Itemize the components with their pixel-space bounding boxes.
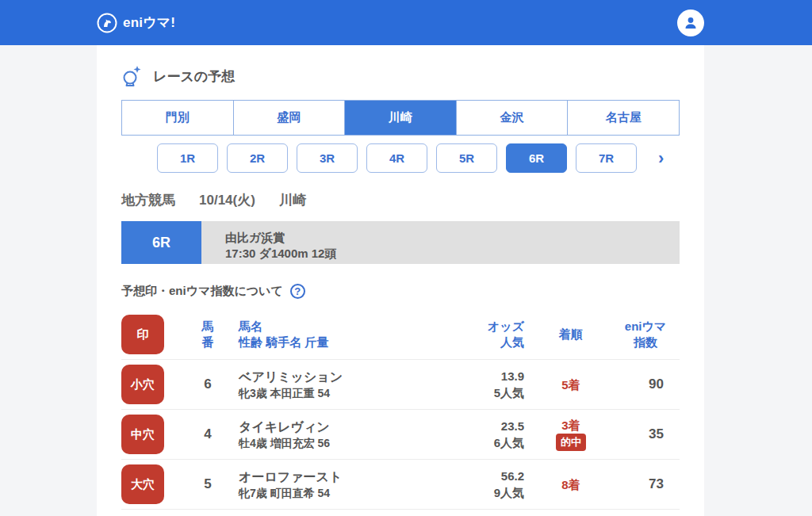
header-odds: オッズ 人気 [437, 319, 524, 350]
finish-rank: 5着 [524, 377, 618, 392]
header-horse-number: 馬 番 [177, 319, 239, 350]
hit-badge: 的中 [556, 434, 586, 451]
horse-name-cell: タイキレヴィン 牡4歳 増田充宏 56 [239, 419, 437, 451]
prediction-mark-badge: 大穴 [121, 464, 164, 504]
odds-cell: 56.2 9人気 [437, 468, 524, 501]
header-finish-rank: 着順 [524, 327, 618, 342]
main-content-card: レースの予想 門別 盛岡 川崎 金沢 名古屋 1R 2R 3R 4R 5R 6R… [97, 45, 704, 516]
odds-value: 23.5 [437, 418, 524, 434]
track-tab-nagoya[interactable]: 名古屋 [567, 101, 679, 135]
horse-profile: 牝3歳 本田正重 54 [239, 385, 437, 401]
race-banner-number: 6R [121, 221, 201, 264]
table-row: 中穴 4 タイキレヴィン 牡4歳 増田充宏 56 23.5 6人気 3着 的中 … [121, 410, 680, 460]
eniuma-index: 90 [618, 376, 680, 392]
prediction-mark-badge: 小穴 [121, 365, 164, 404]
race-details: 17:30 ダ1400m 12頭 [225, 247, 680, 262]
popularity: 5人気 [437, 384, 524, 401]
header-horse-name: 馬名 性齢 騎手名 斤量 [239, 319, 437, 350]
app-logo[interactable]: eniウマ! [97, 13, 175, 33]
prediction-mark-badge: 中穴 [121, 415, 164, 454]
finish-rank: 8着 [524, 477, 618, 492]
horse-name: オーロファースト [239, 468, 437, 485]
eniuma-index: 35 [618, 426, 680, 442]
eniuma-index: 73 [618, 476, 680, 492]
track-tab-monbetsu[interactable]: 門別 [122, 101, 233, 135]
track-tabs: 門別 盛岡 川崎 金沢 名古屋 [121, 100, 680, 136]
odds-value: 56.2 [437, 468, 524, 484]
crystal-ball-icon [121, 65, 142, 87]
header-eniuma-index: eniウマ 指数 [618, 319, 680, 350]
race-banner: 6R 由比ガ浜賞 17:30 ダ1400m 12頭 [121, 221, 680, 264]
meta-category: 地方競馬 [121, 191, 175, 209]
popularity: 9人気 [437, 484, 524, 501]
popularity: 6人気 [437, 434, 524, 451]
race-banner-body: 由比ガ浜賞 17:30 ダ1400m 12頭 [201, 221, 680, 264]
horse-name-cell: ベアリミッション 牝3歳 本田正重 54 [239, 369, 437, 401]
table-row: 大穴 5 オーロファースト 牝7歳 町田直希 54 56.2 9人気 8着 73 [121, 460, 680, 510]
horse-number: 5 [177, 476, 239, 492]
header-mark-badge: 印 [121, 315, 164, 354]
race-meta-row: 地方競馬 10/14(火) 川崎 [121, 191, 680, 209]
race-button-6r[interactable]: 6R [506, 143, 567, 173]
race-button-2r[interactable]: 2R [227, 143, 288, 173]
person-icon [683, 15, 699, 31]
horse-logo-icon [97, 13, 117, 33]
finish-rank-cell: 3着 的中 [524, 418, 618, 451]
table-row: 小穴 6 ベアリミッション 牝3歳 本田正重 54 13.9 5人気 5着 90 [121, 360, 680, 410]
horse-name: タイキレヴィン [239, 419, 437, 435]
track-tab-kawasaki[interactable]: 川崎 [344, 101, 456, 135]
section-title-row: レースの予想 [121, 65, 680, 87]
horse-number: 4 [177, 426, 239, 442]
odds-cell: 13.9 5人気 [437, 368, 524, 401]
help-icon[interactable]: ? [290, 284, 305, 299]
about-label: 予想印・eniウマ指数について [121, 284, 283, 299]
race-button-4r[interactable]: 4R [366, 143, 427, 173]
race-number-row: 1R 2R 3R 4R 5R 6R 7R › [121, 143, 680, 173]
table-header-row: 印 馬 番 馬名 性齢 騎手名 斤量 オッズ 人気 着順 eniウマ 指数 [121, 310, 680, 360]
finish-rank-cell: 5着 [524, 377, 618, 392]
race-name: 由比ガ浜賞 [225, 231, 680, 246]
app-header: eniウマ! [0, 0, 812, 45]
meta-date: 10/14(火) [199, 191, 255, 209]
race-button-7r[interactable]: 7R [576, 143, 637, 173]
finish-rank: 3着 [524, 418, 618, 433]
odds-cell: 23.5 6人気 [437, 418, 524, 451]
horse-number: 6 [177, 376, 239, 392]
meta-track: 川崎 [279, 191, 306, 209]
user-avatar-button[interactable] [677, 10, 704, 36]
finish-rank-cell: 8着 [524, 477, 618, 492]
about-row: 予想印・eniウマ指数について ? [121, 284, 680, 299]
horse-profile: 牡4歳 増田充宏 56 [239, 435, 437, 451]
race-button-1r[interactable]: 1R [157, 143, 218, 173]
horse-name-cell: オーロファースト 牝7歳 町田直希 54 [239, 468, 437, 501]
prediction-table: 印 馬 番 馬名 性齢 騎手名 斤量 オッズ 人気 着順 eniウマ 指数 小穴… [121, 310, 680, 510]
race-button-3r[interactable]: 3R [297, 143, 358, 173]
track-tab-kanazawa[interactable]: 金沢 [456, 101, 568, 135]
odds-value: 13.9 [437, 368, 524, 384]
page-title: レースの予想 [153, 67, 235, 86]
race-button-5r[interactable]: 5R [436, 143, 497, 173]
more-races-chevron-icon[interactable]: › [658, 150, 664, 167]
track-tab-morioka[interactable]: 盛岡 [233, 101, 345, 135]
horse-name: ベアリミッション [239, 369, 437, 385]
horse-profile: 牝7歳 町田直希 54 [239, 485, 437, 501]
app-logo-text: eniウマ! [123, 13, 175, 32]
